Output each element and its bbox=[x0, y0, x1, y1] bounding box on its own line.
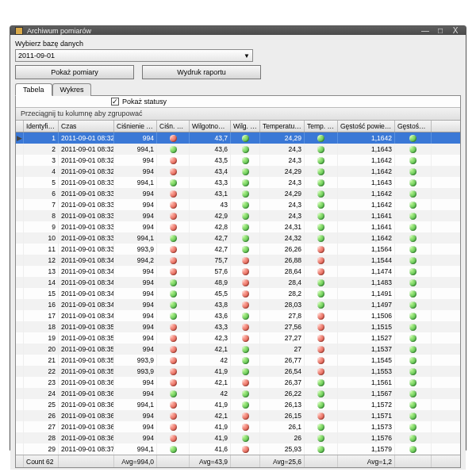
show-status-checkbox[interactable]: ✓ bbox=[111, 98, 119, 106]
table-row[interactable]: 222011-09-01 08:35...993,941,926,541,155… bbox=[16, 366, 460, 377]
status-ok-icon bbox=[317, 446, 324, 453]
status-ok-icon bbox=[242, 168, 249, 175]
table-row[interactable]: 32011-09-01 08:32...99443,524,31,1642 bbox=[16, 155, 460, 166]
col-density[interactable]: Gęstość powietrza [kg/... bbox=[338, 121, 395, 132]
col-temperature-status[interactable]: Temp. staus bbox=[305, 121, 338, 132]
cell-time: 2011-09-01 08:35... bbox=[59, 366, 114, 377]
table-row[interactable]: 272011-09-01 08:36...99441,926,11,1573 bbox=[16, 421, 460, 432]
grid-body[interactable]: ▶12011-09-01 08:32...99443,724,291,16422… bbox=[16, 132, 460, 455]
table-row[interactable]: 172011-09-01 08:34...99443,627,81,1506 bbox=[16, 310, 460, 321]
table-row[interactable]: 122011-09-01 08:34...994,275,726,881,154… bbox=[16, 255, 460, 266]
table-row[interactable]: 82011-09-01 08:33...99442,924,31,1641 bbox=[16, 210, 460, 221]
cell-density-status bbox=[395, 443, 432, 455]
cell-humidity: 43,4 bbox=[190, 166, 231, 177]
cell-density: 1,1576 bbox=[338, 432, 395, 443]
cell-temperature: 28,2 bbox=[260, 288, 305, 299]
cell-temperature-status bbox=[305, 421, 338, 432]
table-row[interactable]: 142011-09-01 08:34...99448,928,41,1483 bbox=[16, 277, 460, 288]
table-row[interactable]: 202011-09-01 08:35...99442,1271,1537 bbox=[16, 344, 460, 355]
table-row[interactable]: 62011-09-01 08:33...99443,124,291,1642 bbox=[16, 188, 460, 199]
table-row[interactable]: 212011-09-01 08:35...993,94226,771,1545 bbox=[16, 355, 460, 366]
table-row[interactable]: 232011-09-01 08:36...99442,126,371,1561 bbox=[16, 377, 460, 388]
col-pressure[interactable]: Ciśnienie [hPa] bbox=[114, 121, 157, 132]
table-row[interactable]: 72011-09-01 08:33...9944324,31,1642 bbox=[16, 199, 460, 210]
print-report-button[interactable]: Wydruk raportu bbox=[142, 65, 261, 79]
maximize-button[interactable]: □ bbox=[435, 26, 446, 35]
col-pressure-status[interactable]: Ciśn. status bbox=[157, 121, 190, 132]
cell-temperature-status bbox=[305, 188, 338, 199]
row-indicator bbox=[16, 366, 24, 377]
status-ok-icon bbox=[242, 179, 249, 186]
cell-id: 9 bbox=[24, 221, 59, 232]
table-row[interactable]: 92011-09-01 08:33...99442,824,311,1641 bbox=[16, 221, 460, 232]
status-ok-icon bbox=[242, 235, 249, 242]
table-row[interactable]: ▶12011-09-01 08:32...99443,724,291,1642 bbox=[16, 132, 460, 144]
table-row[interactable]: 192011-09-01 08:35...99442,327,271,1527 bbox=[16, 332, 460, 344]
cell-time: 2011-09-01 08:33... bbox=[59, 210, 114, 221]
col-humidity-status[interactable]: Wilg. status bbox=[231, 121, 260, 132]
cell-humidity-status bbox=[231, 410, 260, 421]
titlebar[interactable]: Archiwum pomiarów — □ X bbox=[10, 26, 466, 35]
table-row[interactable]: 132011-09-01 08:34...99457,628,641,1474 bbox=[16, 266, 460, 277]
table-row[interactable]: 292011-09-01 08:37...994,141,625,931,157… bbox=[16, 443, 460, 455]
table-row[interactable]: 162011-09-01 08:34...99443,828,031,1497 bbox=[16, 299, 460, 310]
table-row[interactable]: 262011-09-01 08:36...99442,126,151,1571 bbox=[16, 410, 460, 421]
table-row[interactable]: 22011-09-01 08:32...994,143,624,31,1643 bbox=[16, 144, 460, 155]
cell-temperature-status bbox=[305, 443, 338, 455]
status-ok-icon bbox=[242, 390, 249, 397]
col-id[interactable]: Identyfikator bbox=[24, 121, 59, 132]
cell-temperature-status bbox=[305, 355, 338, 366]
close-button[interactable]: X bbox=[450, 26, 461, 35]
col-time[interactable]: Czas bbox=[59, 121, 114, 132]
table-row[interactable]: 242011-09-01 08:36...9944226,221,1567 bbox=[16, 388, 460, 399]
cell-id: 26 bbox=[24, 410, 59, 421]
cell-pressure-status bbox=[157, 188, 190, 199]
cell-humidity-status bbox=[231, 344, 260, 355]
show-measurements-button[interactable]: Pokaż pomiary bbox=[15, 65, 134, 79]
minimize-button[interactable]: — bbox=[420, 26, 431, 35]
table-row[interactable]: 252011-09-01 08:36...994,141,926,131,157… bbox=[16, 399, 460, 410]
cell-humidity-status bbox=[231, 288, 260, 299]
cell-humidity-status bbox=[231, 399, 260, 410]
status-ok-icon bbox=[409, 224, 416, 231]
cell-temperature: 24,29 bbox=[260, 166, 305, 177]
tab-table[interactable]: Tabela bbox=[15, 83, 52, 96]
table-row[interactable]: 282011-09-01 08:36...99441,9261,1576 bbox=[16, 432, 460, 443]
cell-time: 2011-09-01 08:32... bbox=[59, 132, 114, 144]
cell-pressure-status bbox=[157, 210, 190, 221]
group-by-header[interactable]: Przeciągnij tu kolumnę aby zgrupować bbox=[16, 108, 460, 121]
status-bad-icon bbox=[317, 324, 324, 331]
table-row[interactable]: 182011-09-01 08:35...99443,327,561,1515 bbox=[16, 321, 460, 332]
cell-time: 2011-09-01 08:34... bbox=[59, 310, 114, 321]
cell-pressure-status bbox=[157, 144, 190, 155]
cell-temperature: 28,4 bbox=[260, 277, 305, 288]
tab-chart[interactable]: Wykres bbox=[52, 83, 92, 96]
table-row[interactable]: 42011-09-01 08:32...99443,424,291,1642 bbox=[16, 166, 460, 177]
status-ok-icon bbox=[242, 213, 249, 220]
table-row[interactable]: 112011-09-01 08:33...993,942,726,261,156… bbox=[16, 244, 460, 255]
status-bad-icon bbox=[170, 257, 177, 264]
status-ok-icon bbox=[409, 279, 416, 286]
status-ok-icon bbox=[409, 390, 416, 397]
cell-density-status bbox=[395, 366, 432, 377]
status-bad-icon bbox=[317, 257, 324, 264]
cell-humidity-status bbox=[231, 255, 260, 266]
table-row[interactable]: 52011-09-01 08:33...994,143,324,31,1643 bbox=[16, 177, 460, 188]
cell-pressure-status bbox=[157, 244, 190, 255]
col-temperature[interactable]: Temperatura [°... bbox=[260, 121, 305, 132]
row-indicator bbox=[16, 177, 24, 188]
cell-density: 1,1642 bbox=[338, 232, 395, 244]
table-row[interactable]: 102011-09-01 08:33...994,142,724,321,164… bbox=[16, 232, 460, 244]
status-ok-icon bbox=[317, 401, 324, 409]
col-humidity[interactable]: Wilgotność [%] bbox=[190, 121, 231, 132]
cell-humidity-status bbox=[231, 166, 260, 177]
db-select[interactable]: 2011-09-01 ▼ bbox=[15, 49, 253, 62]
col-density-status[interactable]: Gęstość status bbox=[395, 121, 432, 132]
cell-humidity: 42,7 bbox=[190, 244, 231, 255]
cell-density: 1,1641 bbox=[338, 221, 395, 232]
status-bad-icon bbox=[242, 335, 249, 342]
cell-humidity: 42,1 bbox=[190, 377, 231, 388]
cell-humidity-status bbox=[231, 188, 260, 199]
status-bad-icon bbox=[170, 413, 177, 420]
table-row[interactable]: 152011-09-01 08:34...99445,528,21,1491 bbox=[16, 288, 460, 299]
